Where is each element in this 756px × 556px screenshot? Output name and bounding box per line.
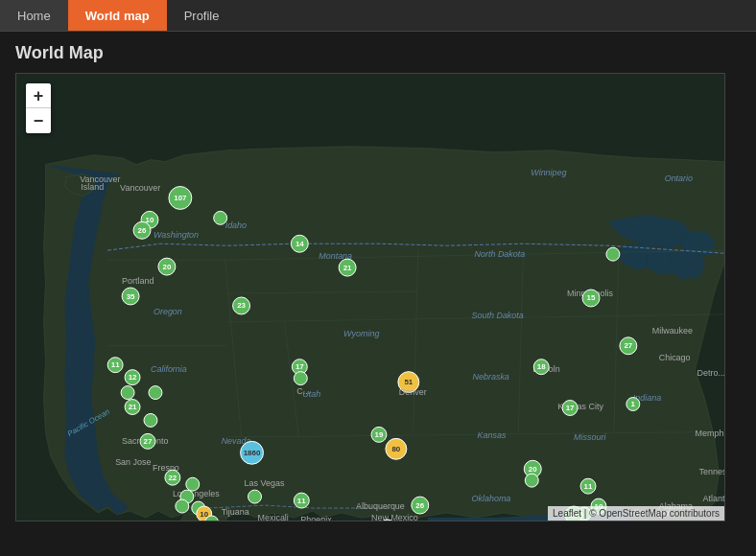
svg-text:27: 27 (624, 341, 632, 350)
svg-text:15: 15 (587, 293, 596, 302)
svg-text:Albuquerque: Albuquerque (356, 501, 405, 511)
svg-text:Memphis: Memphis (696, 429, 724, 438)
svg-text:Vancouver: Vancouver (120, 183, 160, 193)
svg-text:18: 18 (537, 362, 546, 371)
svg-text:Phoenix: Phoenix (300, 515, 332, 521)
svg-point-135 (525, 474, 538, 487)
nav-home[interactable]: Home (0, 0, 68, 31)
svg-text:Island: Island (81, 182, 104, 192)
zoom-in-button[interactable]: + (26, 83, 51, 108)
svg-text:21: 21 (129, 403, 137, 411)
page-content: World Map (0, 32, 756, 533)
svg-point-81 (121, 386, 134, 400)
svg-point-82 (149, 386, 162, 400)
svg-text:San Jose: San Jose (115, 457, 151, 467)
svg-point-111 (186, 477, 200, 491)
svg-text:Oklahoma: Oklahoma (472, 494, 511, 503)
nav-profile[interactable]: Profile (167, 0, 237, 31)
svg-text:California: California (151, 364, 187, 374)
svg-text:Detro...: Detro... (697, 368, 724, 378)
svg-text:23: 23 (237, 301, 246, 310)
svg-text:14: 14 (295, 240, 304, 248)
svg-text:North Dakota: North Dakota (475, 249, 526, 259)
svg-text:Idaho: Idaho (225, 220, 247, 230)
svg-text:Missouri: Missouri (574, 432, 606, 442)
svg-text:Portland: Portland (122, 276, 154, 286)
svg-text:South Dakota: South Dakota (472, 311, 524, 320)
svg-text:11: 11 (584, 482, 593, 491)
svg-text:Atlanta: Atlanta (703, 494, 724, 503)
svg-text:107: 107 (174, 194, 187, 202)
svg-text:80: 80 (391, 445, 400, 453)
svg-text:Chicago: Chicago (659, 353, 691, 362)
svg-text:11: 11 (297, 497, 306, 505)
map-attribution: Leaflet | © OpenStreetMap contributors (548, 506, 724, 521)
svg-text:1860: 1860 (244, 449, 261, 457)
svg-text:35: 35 (127, 292, 135, 301)
svg-text:12: 12 (129, 373, 137, 382)
svg-text:Kansas: Kansas (478, 430, 507, 440)
svg-text:51: 51 (404, 378, 413, 386)
svg-text:22: 22 (168, 474, 177, 482)
map-svg: Vancouver Island Vancouver Portland Sacr… (16, 74, 724, 521)
svg-point-120 (248, 490, 262, 503)
svg-text:Ontario: Ontario (665, 174, 693, 183)
svg-text:27: 27 (144, 437, 153, 446)
svg-point-113 (176, 499, 189, 513)
svg-text:17: 17 (566, 404, 575, 412)
nav-worldmap[interactable]: World map (68, 0, 167, 31)
svg-text:11: 11 (111, 360, 120, 369)
svg-point-92 (294, 372, 307, 385)
svg-text:Las Vegas: Las Vegas (245, 478, 285, 488)
navbar: Home World map Profile (0, 0, 756, 32)
svg-point-63 (214, 211, 227, 224)
svg-text:New Mexico: New Mexico (371, 513, 418, 521)
zoom-out-button[interactable]: − (26, 108, 51, 133)
svg-text:26: 26 (415, 501, 424, 510)
svg-text:Tijuana: Tijuana (222, 507, 249, 517)
svg-text:Wyoming: Wyoming (343, 329, 379, 338)
svg-text:Denver: Denver (399, 387, 427, 397)
svg-text:Mexicali: Mexicali (258, 513, 289, 521)
svg-text:26: 26 (138, 226, 147, 235)
svg-text:19: 19 (375, 430, 384, 439)
zoom-controls: + − (26, 83, 51, 133)
svg-text:21: 21 (343, 264, 352, 272)
svg-text:Milwaukee: Milwaukee (652, 326, 693, 336)
page-title: World Map (15, 43, 741, 63)
svg-text:Washington: Washington (154, 230, 199, 240)
svg-text:C...: C... (296, 386, 310, 396)
svg-text:Oregon: Oregon (154, 307, 182, 316)
svg-text:20: 20 (529, 465, 537, 474)
svg-text:20: 20 (162, 263, 171, 271)
svg-text:Winnipeg: Winnipeg (531, 168, 566, 177)
map-container[interactable]: Vancouver Island Vancouver Portland Sacr… (15, 73, 725, 521)
svg-point-72 (606, 247, 620, 261)
svg-text:Tennessee: Tennessee (699, 467, 724, 476)
svg-text:Nebraska: Nebraska (473, 372, 509, 382)
svg-text:17: 17 (295, 362, 304, 371)
svg-point-85 (144, 413, 157, 427)
svg-text:1: 1 (631, 400, 636, 408)
